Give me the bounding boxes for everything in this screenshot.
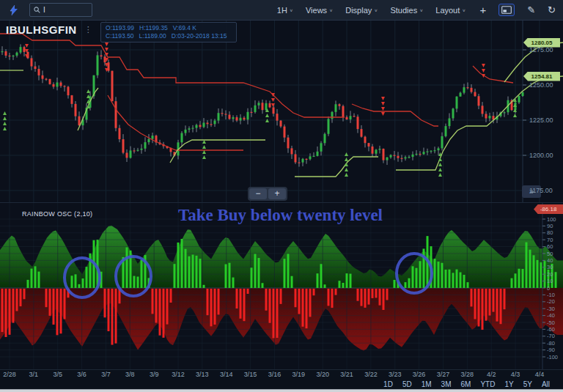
zoom-controls: − + [248,187,287,201]
oscillator-panel[interactable]: 1009080706050403020100-10-20-30-40-50-60… [0,202,563,369]
add-icon[interactable]: + [479,4,486,16]
date-label: 3/19 [287,371,309,378]
range-button-3m[interactable]: 3M [441,380,452,388]
menu-studies[interactable]: Studies∨ [390,6,423,15]
range-button-all[interactable]: All [542,380,550,388]
date-label: 3/8 [119,371,141,378]
panel-toggle-button[interactable] [498,4,515,16]
search-icon [34,7,40,13]
date-label: 3/9 [143,371,165,378]
trading-app: I 1H∨Views∨Display∨Studies∨Layout∨+ ✎ ↻ … [0,0,563,392]
range-button-1y[interactable]: 1Y [504,380,513,388]
symbol-name: IBULHSGFIN [6,23,77,36]
menu-views[interactable]: Views∨ [306,6,333,15]
osc-axis-label: -80 [547,340,555,347]
menu-label: Layout [435,6,460,15]
date-label: 3/26 [408,371,430,378]
date-label: 3/7 [95,371,117,378]
osc-axis-label: 30 [547,264,553,270]
range-selector: 1D5D1M3M6MYTD1Y5YAll [0,380,563,389]
refresh-icon[interactable]: ↻ [548,4,556,15]
osc-axis-label: 70 [547,237,553,243]
menu-label: Views [306,6,327,15]
osc-axis-label: -100 [547,354,558,360]
ohlc-open: O:1193.99 [106,24,134,32]
range-button-5y[interactable]: 5Y [523,380,532,388]
ohlc-date: D:03-20-2018 13:15 [172,32,227,40]
menu-layout[interactable]: Layout∨ [435,6,466,15]
ohlc-low: L:1189.00 [139,32,166,40]
candlestick-chart[interactable] [0,21,563,202]
range-button-6m[interactable]: 6M [461,380,471,388]
date-label: 4/3 [504,371,526,378]
symbol-menu-icon[interactable]: ⋮ [84,25,93,34]
chart-annotation-text: Take Buy below twenty level [178,206,383,225]
search-value: I [43,6,45,14]
osc-axis-label: -10 [547,292,555,298]
date-label: 3/15 [240,371,262,378]
osc-axis-label: -30 [547,306,555,312]
price-axis-label: 1175.00 [529,187,553,194]
date-label: 3/23 [384,371,406,378]
date-label: 3/5 [47,371,69,378]
date-label: 3/28 [456,371,478,378]
oscillator-chart[interactable]: 1009080706050403020100-10-20-30-40-50-60… [0,203,563,369]
osc-axis-label: 80 [547,229,553,236]
chevron-down-icon: ∨ [462,7,466,12]
menu-display[interactable]: Display∨ [345,6,378,15]
osc-axis-label: 0 [547,285,550,292]
date-label: 3/13 [191,371,213,378]
ohlc-tooltip: O:1193.99H:1199.35V:69.4 K C:1193.50L:11… [100,22,237,42]
osc-axis-label: 10 [547,278,553,284]
date-label: 3/22 [360,371,382,378]
date-label: 4/4 [529,371,551,378]
date-label: 3/16 [263,371,285,378]
date-label: 3/12 [167,371,189,378]
date-label: 2/28 [0,371,21,378]
panel-icon [501,6,512,14]
price-axis-label: 1250.00 [529,81,553,89]
date-label: 3/1 [23,371,45,378]
date-label: 3/6 [71,371,93,378]
ohlc-high: H:1199.35 [139,24,168,32]
date-label: 3/21 [336,371,358,378]
symbol-title: IBULHSGFIN ⋮ [6,23,92,36]
ohlc-close: C:1193.50 [106,32,134,40]
time-axis[interactable]: 2/283/13/53/63/73/83/93/123/133/143/153/… [0,369,563,380]
search-input[interactable]: I [29,3,92,17]
date-label: 4/2 [480,371,502,378]
date-label: 3/14 [216,371,238,378]
ohlc-volume: V:69.4 K [173,24,196,32]
date-label: 3/27 [432,371,454,378]
range-button-1m[interactable]: 1M [422,380,432,388]
osc-axis-label: -50 [547,319,555,326]
oscillator-value-badge: -86.18 [534,204,563,214]
range-button-5d[interactable]: 5D [402,380,412,388]
range-button-ytd[interactable]: YTD [480,380,495,388]
osc-axis-label: -60 [547,326,555,333]
window-edge [0,389,563,392]
top-toolbar: I 1H∨Views∨Display∨Studies∨Layout∨+ ✎ ↻ [0,0,563,21]
range-button-1d[interactable]: 1D [383,380,393,388]
last-price-badge: 1280.05 [523,38,560,48]
price-axis-label: 1200.00 [529,152,553,159]
osc-axis-label: 40 [547,257,553,264]
menu-label: 1H [277,6,287,15]
osc-axis-label: -70 [547,333,555,339]
chevron-down-icon: ∨ [419,7,423,12]
zoom-in-button[interactable]: + [268,188,286,199]
app-logo-icon[interactable] [7,4,21,17]
last-price-badge: 1254.81 [523,72,560,81]
chevron-down-icon: ∨ [374,7,378,12]
draw-icon[interactable]: ✎ [527,4,535,15]
menu-label: Display [345,6,372,15]
chevron-down-icon: ∨ [329,7,333,12]
indicator-label[interactable]: RAINBOW OSC (2,10) [22,210,92,218]
price-chart-panel[interactable]: IBULHSGFIN ⋮ O:1193.99H:1199.35V:69.4 K … [0,21,563,202]
osc-axis-label: 90 [547,223,553,229]
osc-axis-label: -90 [547,347,555,353]
menu-1h[interactable]: 1H∨ [277,6,293,15]
osc-axis-label: -20 [547,298,555,305]
zoom-out-button[interactable]: − [249,188,267,199]
osc-axis-label: 50 [547,251,553,257]
